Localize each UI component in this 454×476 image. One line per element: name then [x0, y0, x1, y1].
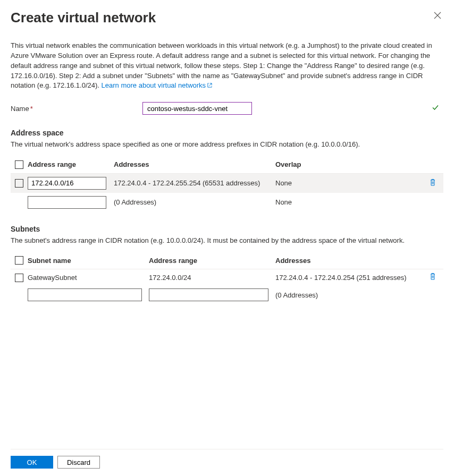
address-space-heading: Address space: [11, 129, 443, 137]
subnet-range-input[interactable]: [149, 288, 268, 301]
overlap-cell: None: [275, 173, 426, 193]
name-label: Name*: [11, 105, 142, 113]
page-title: Create virtual network: [11, 10, 156, 26]
learn-more-link[interactable]: Learn more about virtual networks: [102, 81, 213, 89]
subnet-addresses-cell: 172.24.0.4 - 172.24.0.254 (251 addresses…: [275, 269, 426, 286]
checkmark-icon: [432, 104, 439, 113]
table-row: (0 Addresses): [11, 285, 443, 304]
delete-button[interactable]: [429, 273, 436, 280]
external-link-icon: [207, 81, 213, 91]
subnets-desc: The subnet's address range in CIDR notat…: [11, 236, 443, 244]
subnet-range-cell: 172.24.0.0/24: [149, 269, 275, 286]
addresses-cell: 172.24.0.4 - 172.24.255.254 (65531 addre…: [114, 173, 275, 193]
select-all-checkbox[interactable]: [15, 256, 23, 265]
select-all-checkbox[interactable]: [15, 160, 23, 169]
subnet-name-input[interactable]: [28, 288, 142, 301]
footer: OK Discard: [11, 449, 443, 476]
col-address-range: Address range: [149, 252, 275, 269]
table-row: GatewaySubnet 172.24.0.0/24 172.24.0.4 -…: [11, 269, 443, 286]
close-icon: [434, 12, 441, 19]
close-button[interactable]: [432, 10, 443, 23]
addresses-cell: (0 Addresses): [114, 193, 275, 212]
subnet-addresses-cell: (0 Addresses): [275, 285, 426, 304]
subnet-name-cell: GatewaySubnet: [28, 269, 149, 286]
trash-icon: [429, 178, 436, 186]
col-address-range: Address range: [28, 156, 114, 173]
row-checkbox[interactable]: [15, 179, 23, 188]
ok-button[interactable]: OK: [11, 456, 53, 469]
col-addresses: Addresses: [114, 156, 275, 173]
description-text: This virtual network enables the communi…: [11, 41, 443, 91]
overlap-cell: None: [275, 193, 426, 212]
table-row: (0 Addresses) None: [11, 193, 443, 212]
address-range-input[interactable]: [28, 177, 106, 190]
row-checkbox[interactable]: [15, 274, 23, 282]
trash-icon: [429, 273, 436, 280]
subnets-heading: Subnets: [11, 225, 443, 233]
table-row: 172.24.0.4 - 172.24.255.254 (65531 addre…: [11, 173, 443, 193]
address-range-input[interactable]: [28, 196, 106, 209]
delete-button[interactable]: [429, 178, 436, 186]
discard-button[interactable]: Discard: [57, 456, 100, 469]
col-subnet-name: Subnet name: [28, 252, 149, 269]
subnets-table: Subnet name Address range Addresses Gate…: [11, 252, 443, 305]
name-input[interactable]: [142, 102, 252, 115]
col-addresses: Addresses: [275, 252, 426, 269]
col-overlap: Overlap: [275, 156, 426, 173]
address-space-desc: The virtual network's address space spec…: [11, 140, 443, 148]
address-space-table: Address range Addresses Overlap 172.24.0…: [11, 156, 443, 212]
